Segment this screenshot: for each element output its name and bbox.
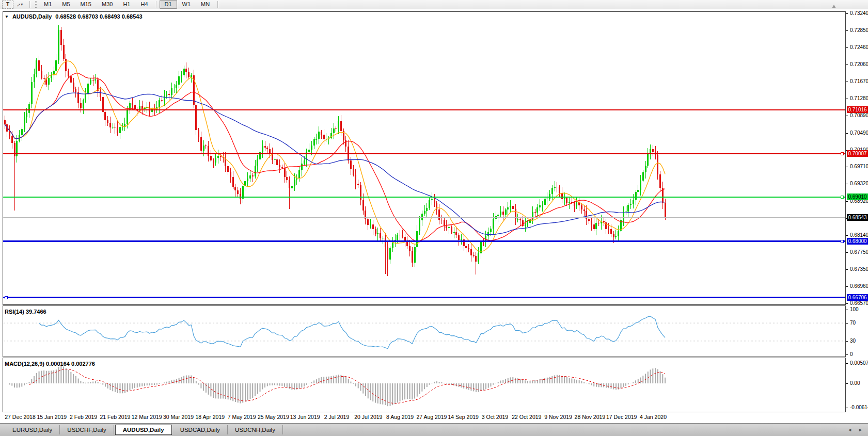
rsi-scale-label: 70: [850, 320, 856, 326]
date-tick-label: 4 Jan 2020: [640, 414, 667, 420]
toolbar-separator: [29, 1, 30, 8]
price-tick-label: 0.67750: [850, 249, 868, 255]
symbol-tab-audusd[interactable]: AUDUSD,Daily: [115, 425, 172, 435]
date-tick-label: 21 Feb 2019: [100, 414, 130, 420]
toolbar-separator: [217, 1, 218, 8]
candles-layer: [4, 25, 666, 276]
price-tick-mark: [846, 30, 848, 31]
price-tick-label: 0.72060: [850, 61, 868, 67]
macd-tick-mark: [846, 363, 848, 364]
date-tick-label: 28 Nov 2019: [575, 414, 606, 420]
current-price-badge: 0.68543: [847, 214, 868, 221]
macd-scale-label: 0.00: [850, 380, 860, 386]
timeframe-button-m5[interactable]: M5: [57, 0, 75, 9]
macd-histogram-layer: [10, 366, 666, 406]
symbol-tab-bar: EURUSD,DailyUSDCHF,DailyAUDUSD,DailyUSDC…: [0, 423, 868, 436]
cursor-tool-button[interactable]: ↕ ▾: [15, 1, 25, 8]
macd-tick-mark: [846, 408, 848, 408]
symbol-tab-usdchf[interactable]: USDCHF,Daily: [60, 425, 114, 434]
price-tick-label: 0.69320: [850, 181, 868, 186]
timeframe-button-m30[interactable]: M30: [97, 0, 118, 9]
rsi-tick-mark: [846, 341, 848, 342]
price-tick-label: 0.66570: [850, 300, 868, 306]
toolbar-separator: [156, 1, 157, 8]
trading-terminal: T ↕ ▾ M1M5M15M30H1H4D1W1MN ▼ AUDUSD,Dail…: [0, 0, 868, 436]
scroll-up-icon[interactable]: [832, 5, 836, 8]
price-level-badge: 0.68000: [847, 238, 868, 245]
date-tick-label: 14 Sep 2019: [448, 414, 479, 420]
level-lines-layer[interactable]: [3, 110, 845, 299]
timeframe-button-w1[interactable]: W1: [177, 0, 196, 9]
text-tool-button[interactable]: T: [2, 1, 13, 9]
date-tick-label: 17 Dec 2019: [606, 414, 637, 420]
price-tick-mark: [846, 116, 848, 116]
price-level-badge: 0.69010: [847, 193, 868, 200]
price-tick-label: 0.68140: [850, 232, 868, 238]
price-tick-mark: [846, 133, 848, 134]
rsi-scale-label: 30: [850, 338, 856, 344]
symbol-tab-eurusd[interactable]: EURUSD,Daily: [5, 425, 60, 434]
chart-title: ▼ AUDUSD,Daily 0.68528 0.68703 0.68493 0…: [5, 13, 143, 20]
ma-slow-line: [5, 92, 665, 234]
rsi-panel[interactable]: [3, 305, 846, 357]
timeframe-button-mn[interactable]: MN: [196, 0, 215, 9]
symbol-tab-usdcnh[interactable]: USDCNH,Daily: [228, 425, 283, 434]
date-tick-label: 27 Dec 2018: [5, 414, 36, 420]
rsi-scale-label: 0: [850, 351, 853, 357]
price-tick-label: 0.67350: [850, 266, 868, 272]
date-tick-label: 8 Aug 2019: [386, 414, 414, 420]
rsi-tick-mark: [846, 323, 848, 324]
chart-ohlc-values: 0.68528 0.68703 0.68493 0.68543: [55, 13, 142, 20]
date-tick-label: 13 Jun 2019: [290, 414, 320, 420]
date-tick-label: 30 Mar 2019: [163, 414, 194, 420]
macd-tick-mark: [846, 383, 848, 384]
date-tick-label: 7 May 2019: [228, 414, 256, 420]
rsi-line: [39, 316, 666, 349]
date-tick-label: 2 Feb 2019: [70, 414, 97, 420]
price-tick-label: 0.70890: [850, 112, 868, 118]
timeframe-button-m15[interactable]: M15: [75, 0, 97, 9]
collapse-triangle-icon[interactable]: ▼: [5, 14, 9, 19]
price-tick-label: 0.71670: [850, 78, 868, 84]
price-tick-label: 0.72460: [850, 44, 868, 50]
price-axis[interactable]: 0.732400.728500.724600.720600.716700.712…: [846, 0, 868, 423]
price-tick-mark: [846, 286, 848, 287]
price-tick-mark: [846, 252, 848, 253]
date-tick-label: 2 Jul 2019: [324, 414, 349, 420]
price-tick-mark: [846, 47, 848, 48]
date-tick-label: 27 Aug 2019: [416, 414, 447, 420]
macd-label: MACD(12,26,9) 0.000164 0.002776: [5, 361, 95, 367]
symbol-tab-usdcad[interactable]: USDCAD,Daily: [173, 425, 228, 434]
price-tick-mark: [846, 167, 848, 167]
tab-scroll-right-icon[interactable]: ►: [858, 427, 863, 432]
macd-panel[interactable]: [3, 358, 846, 412]
price-level-badge: 0.70007: [847, 150, 868, 157]
toolbar-grip[interactable]: [35, 1, 37, 8]
date-tick-label: 22 Oct 2019: [512, 414, 541, 420]
timeframe-button-m1[interactable]: M1: [39, 0, 57, 9]
price-tick-label: 0.70490: [850, 130, 868, 136]
date-tick-label: 3 Oct 2019: [482, 414, 508, 420]
timeframe-button-h1[interactable]: H1: [118, 0, 135, 9]
price-tick-mark: [846, 184, 848, 184]
date-tick-label: 18 Apr 2019: [195, 414, 225, 420]
time-axis[interactable]: 27 Dec 201815 Jan 20192 Feb 201921 Feb 2…: [0, 413, 868, 423]
date-tick-label: 12 Mar 2019: [132, 414, 162, 420]
top-toolbar: T ↕ ▾ M1M5M15M30H1H4D1W1MN: [0, 0, 868, 9]
rsi-scale-label: 100: [850, 306, 859, 312]
price-tick-mark: [846, 64, 848, 65]
tab-scroll-arrows: ◄ ►: [847, 427, 863, 432]
ma-mid-line: [5, 73, 665, 241]
timeframe-button-h4[interactable]: H4: [135, 0, 153, 9]
rsi-tick-mark: [846, 310, 848, 310]
ma-fast-line: [5, 61, 665, 251]
price-tick-mark: [846, 201, 848, 202]
timeframe-button-d1[interactable]: D1: [160, 0, 177, 9]
price-tick-label: 0.72850: [850, 27, 868, 33]
date-tick-label: 9 Nov 2019: [544, 414, 572, 420]
price-tick-mark: [846, 269, 848, 270]
price-tick-mark: [846, 303, 848, 304]
tab-scroll-left-icon[interactable]: ◄: [847, 427, 852, 432]
price-level-badge: 0.71016: [847, 106, 868, 113]
main-chart-panel[interactable]: [3, 11, 846, 305]
